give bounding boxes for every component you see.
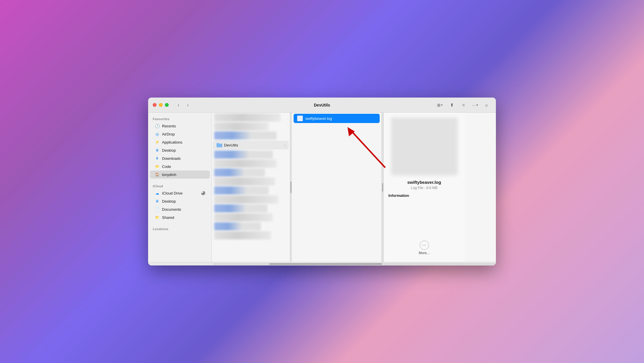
- more-circle-icon: ···: [420, 241, 429, 250]
- browser-columns: DevUtils ›: [212, 113, 496, 262]
- sidebar-item-applications[interactable]: ⚡ Applications: [150, 138, 210, 146]
- toolbar-right: ⊞ ▾ ⬆︎ ⌗ ··· ▾ ⌕: [435, 100, 491, 110]
- nav-buttons: ‹ ›: [174, 101, 192, 109]
- column-1: DevUtils ›: [212, 113, 290, 262]
- documents-icon: 📄: [154, 207, 160, 212]
- search-icon: ⌕: [485, 102, 488, 108]
- forward-button[interactable]: ›: [184, 101, 192, 109]
- sidebar-item-code[interactable]: 📁 Code: [150, 162, 210, 170]
- preview-pane: swiftybeaver.log Log File - 8.6 MB Infor…: [383, 113, 465, 262]
- column-2: 📄 swiftybeaver.log: [292, 113, 382, 262]
- downloads-icon: ⬇: [154, 156, 160, 161]
- more-button[interactable]: ··· ▾: [470, 100, 480, 110]
- devutils-row[interactable]: DevUtils ›: [213, 141, 289, 149]
- sidebar-airdrop-label: AirDrop: [162, 132, 175, 136]
- devutils-chevron-icon: ›: [284, 144, 285, 147]
- search-button[interactable]: ⌕: [482, 100, 491, 110]
- sidebar-item-shared[interactable]: 📁 Shared: [150, 213, 210, 221]
- scrollbar-thumb: [269, 263, 382, 265]
- desktop-icon: 🖥: [154, 148, 160, 153]
- devutils-folder-icon: [217, 142, 222, 148]
- favourites-label: Favourites: [148, 115, 212, 122]
- sidebar-item-documents[interactable]: 📄 Documents: [150, 205, 210, 213]
- tonydinh-icon: 🏠: [154, 172, 160, 177]
- icloud-drive-icon: ☁: [154, 190, 160, 196]
- content-area: Favourites 🕐 Recents ◎ AirDrop ⚡ Applica…: [148, 113, 496, 262]
- preview-info-label: Information: [388, 193, 409, 198]
- sidebar-desktop-label: Desktop: [162, 148, 176, 153]
- traffic-lights: [153, 103, 169, 107]
- more-chevron-icon: ▾: [476, 103, 478, 107]
- tag-button[interactable]: ⌗: [459, 100, 468, 110]
- sidebar-item-desktop[interactable]: 🖥 Desktop: [150, 146, 210, 154]
- view-columns-icon: ⊞: [437, 103, 441, 107]
- preview-filename: swiftybeaver.log: [407, 180, 441, 185]
- blurred-row-2: [214, 122, 269, 131]
- sidebar-item-icloud-desktop[interactable]: 🖥 Desktop: [150, 197, 210, 205]
- icloud-label: iCloud: [148, 182, 212, 189]
- sidebar-item-tonydinh[interactable]: 🏠 tonydinh: [150, 170, 210, 179]
- share-icon: ⬆︎: [450, 102, 454, 108]
- col2-scrollbar-thumb: [382, 183, 383, 192]
- sidebar-downloads-label: Downloads: [162, 156, 181, 161]
- blurred-row-13: [214, 231, 271, 239]
- preview-thumbnail: [391, 117, 458, 175]
- maximize-button[interactable]: [165, 103, 169, 107]
- preview-filetype: Log File - 8.6 MB: [411, 186, 437, 190]
- recents-icon: 🕐: [154, 123, 160, 129]
- log-file-icon: 📄: [297, 116, 303, 121]
- shared-icon: 📁: [154, 215, 160, 220]
- back-button[interactable]: ‹: [174, 101, 183, 109]
- selected-file-row[interactable]: 📄 swiftybeaver.log: [294, 114, 380, 123]
- blurred-row-12: [214, 222, 261, 230]
- sidebar-icloud-desktop-label: Desktop: [162, 199, 176, 204]
- sidebar-icloud-drive-label: iCloud Drive: [162, 191, 183, 195]
- blurred-row-3: [214, 131, 276, 140]
- airdrop-icon: ◎: [154, 131, 160, 137]
- more-icon: ···: [472, 102, 477, 107]
- blurred-row-6: [214, 168, 265, 177]
- view-button[interactable]: ⊞ ▾: [435, 102, 445, 109]
- forward-icon: ›: [187, 102, 188, 108]
- blurred-row-11: [214, 213, 273, 221]
- sidebar-code-label: Code: [162, 164, 171, 169]
- view-chevron-icon: ▾: [441, 103, 443, 107]
- sidebar-documents-label: Documents: [162, 207, 181, 212]
- more-button[interactable]: ··· More...: [416, 238, 432, 257]
- sidebar: Favourites 🕐 Recents ◎ AirDrop ⚡ Applica…: [148, 113, 212, 262]
- titlebar: ‹ › DevUtils ⊞ ▾ ⬆︎ ⌗ ··· ▾ ⌕: [148, 98, 496, 113]
- sidebar-item-downloads[interactable]: ⬇ Downloads: [150, 154, 210, 162]
- more-label: More...: [419, 251, 430, 255]
- sidebar-shared-label: Shared: [162, 215, 174, 220]
- blurred-row-4: [214, 151, 273, 159]
- icloud-desktop-icon: 🖥: [154, 199, 160, 204]
- locations-label: Locations: [148, 225, 212, 232]
- window-title: DevUtils: [314, 103, 330, 107]
- sidebar-item-airdrop[interactable]: ◎ AirDrop: [150, 130, 210, 138]
- applications-icon: ⚡: [154, 140, 160, 145]
- sidebar-applications-label: Applications: [162, 140, 182, 144]
- blurred-row-8: [214, 186, 269, 195]
- selected-filename: swiftybeaver.log: [305, 116, 376, 121]
- blurred-row-1: [214, 113, 281, 122]
- sidebar-tonydinh-label: tonydinh: [162, 173, 176, 177]
- close-button[interactable]: [153, 103, 157, 107]
- blurred-row-9: [214, 195, 278, 204]
- sidebar-item-icloud-drive[interactable]: ☁ iCloud Drive: [150, 189, 210, 197]
- preview-thumbnail-content: [391, 117, 458, 175]
- blurred-row-5: [214, 160, 276, 168]
- bottom-scrollbar[interactable]: [148, 262, 496, 265]
- tag-icon: ⌗: [462, 102, 465, 108]
- scrollbar-track: [213, 263, 495, 265]
- back-icon: ‹: [178, 102, 179, 108]
- blurred-row-10: [214, 204, 267, 212]
- devutils-label: DevUtils: [224, 143, 238, 147]
- col1-scrollbar-thumb: [290, 182, 292, 193]
- blurred-row-7: [214, 177, 275, 186]
- code-icon: 📁: [154, 164, 160, 169]
- sidebar-item-recents[interactable]: 🕐 Recents: [150, 122, 210, 130]
- minimize-button[interactable]: [159, 103, 163, 107]
- sidebar-recents-label: Recents: [162, 124, 176, 128]
- share-button[interactable]: ⬆︎: [447, 100, 456, 110]
- finder-window: ‹ › DevUtils ⊞ ▾ ⬆︎ ⌗ ··· ▾ ⌕: [148, 98, 496, 265]
